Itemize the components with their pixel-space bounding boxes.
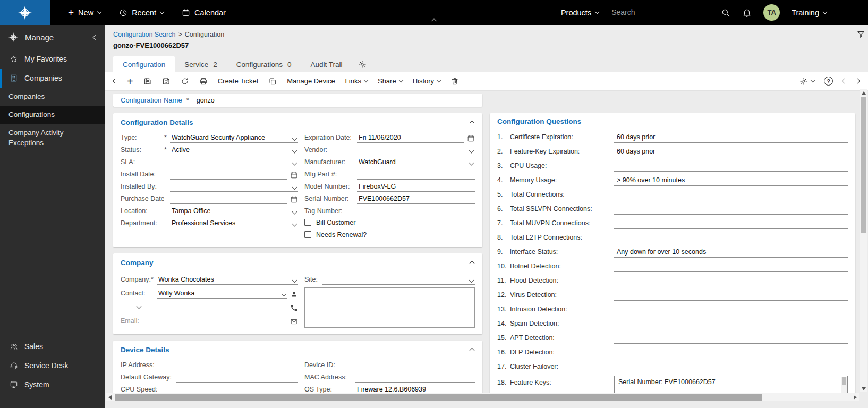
sidebar-item-system[interactable]: System [0,375,105,394]
collapse-section-icon[interactable] [469,117,475,128]
field-input[interactable] [357,215,475,216]
field-input[interactable] [176,381,298,382]
calendar-icon[interactable] [287,196,298,204]
question-answer-input[interactable] [614,313,848,315]
field-input[interactable]: FireboxV-LG [357,183,475,192]
connectwise-logo[interactable] [0,0,50,25]
scroll-up-arrow[interactable] [860,89,867,96]
collapse-sidebar-icon[interactable] [93,35,98,40]
settings-menu-button[interactable] [799,77,814,86]
add-button[interactable]: + [127,76,133,87]
tab-service[interactable]: Service 2 [175,56,227,72]
question-answer-input[interactable]: Any down for over 10 seconds [614,248,848,258]
new-menu-button[interactable]: + New [68,7,101,18]
horizontal-scroll-thumb[interactable] [115,394,762,401]
email-input[interactable] [157,325,287,326]
contact-person-icon[interactable] [287,290,298,299]
create-ticket-button[interactable]: Create Ticket [218,77,259,85]
question-answer-input[interactable] [614,299,848,301]
history-menu-button[interactable]: History [413,77,440,85]
question-answer-input[interactable] [614,370,848,372]
delete-button[interactable] [450,77,459,86]
sidebar-item-service-desk[interactable]: Service Desk [0,356,105,375]
print-button[interactable] [199,77,208,86]
field-input[interactable] [170,202,287,204]
account-menu-button[interactable]: Training [792,8,827,17]
tab-configuration[interactable]: Configuration [113,56,175,72]
field-input[interactable] [176,369,298,370]
field-input[interactable] [170,185,298,192]
feature-keys-scrollbar[interactable] [841,377,847,393]
tab-audit-trail[interactable]: Audit Trail [301,56,352,72]
field-input[interactable] [170,178,287,180]
question-answer-input[interactable] [614,327,848,329]
question-answer-input[interactable] [614,342,848,344]
question-answer-input[interactable] [614,212,848,215]
question-answer-input[interactable] [614,270,848,272]
manage-device-button[interactable]: Manage Device [287,77,335,85]
question-answer-input[interactable] [614,356,848,358]
field-input[interactable] [170,161,298,167]
phone-icon[interactable] [287,304,298,312]
checkbox[interactable] [304,219,311,226]
recent-menu-button[interactable]: Recent [119,8,164,17]
field-input[interactable] [357,178,475,180]
calendar-menu-button[interactable]: Calendar [182,8,226,17]
company-select[interactable]: Wonka Chocolates [157,276,298,285]
field-input[interactable]: Fireware 12.6.B606939 [355,386,475,393]
collapse-section-icon[interactable] [469,345,475,355]
share-menu-button[interactable]: Share [378,77,403,85]
field-input[interactable]: Fri 11/06/2020 [357,134,464,143]
calendar-icon[interactable] [464,134,475,143]
checkbox[interactable] [304,231,311,238]
question-answer-input[interactable]: 60 days prior [614,133,848,143]
tab-configurations[interactable]: Configurations 0 [227,56,301,72]
collapse-section-icon[interactable] [469,258,475,268]
products-menu-button[interactable]: Products [561,8,599,17]
sidebar-sub-item[interactable]: Company Activity Exceptions [0,124,105,151]
notifications-bell-icon[interactable] [742,8,752,18]
question-answer-input[interactable] [614,198,848,200]
configuration-name-input[interactable]: gonzo [197,97,215,104]
phone-input[interactable] [157,311,287,312]
vertical-scroll-thumb[interactable] [861,97,866,233]
site-select[interactable] [322,278,475,285]
contact-select[interactable]: Willy Wonka [157,290,287,299]
sidebar-item-companies[interactable]: Companies [0,69,105,88]
back-button[interactable] [113,79,117,83]
scroll-right-arrow[interactable] [851,393,859,401]
save-button[interactable] [143,77,152,86]
vertical-scrollbar[interactable] [860,89,867,392]
links-menu-button[interactable]: Links [345,77,368,85]
refresh-button[interactable] [181,77,189,86]
question-answer-input[interactable] [614,169,848,172]
search-input[interactable] [610,6,716,19]
field-input[interactable]: Professional Services [170,219,298,228]
sidebar-item-sales[interactable]: Sales [0,337,105,356]
question-answer-input[interactable] [614,284,848,286]
field-input[interactable]: WatchGuard [357,158,475,167]
question-answer-input[interactable]: > 90% over 10 minutes [614,176,848,186]
filter-funnel-icon[interactable] [856,30,865,39]
field-input[interactable] [355,381,475,382]
envelope-icon[interactable] [287,318,298,326]
phone-type-select[interactable] [121,304,157,312]
next-record-button[interactable] [856,79,860,83]
field-input[interactable] [357,149,475,155]
field-input[interactable]: WatchGuard Security Appliance [170,134,298,143]
question-answer-input[interactable] [614,227,848,229]
horizontal-scrollbar[interactable] [106,393,859,401]
user-avatar[interactable]: TA [763,4,780,21]
previous-record-button[interactable] [843,79,846,83]
search-icon[interactable] [721,8,730,18]
sidebar-sub-item[interactable]: Configurations [0,106,105,124]
scroll-left-arrow[interactable] [106,393,114,401]
collapse-header-button[interactable] [432,0,436,25]
tab-settings-gear-icon[interactable] [358,56,367,72]
field-input[interactable]: Tampa Office [170,207,298,216]
feature-keys-textarea[interactable]: Serial Number: FVE1000662D57 [614,376,848,393]
save-and-close-button[interactable] [162,77,171,86]
copy-button[interactable] [268,77,277,86]
breadcrumb-parent-link[interactable]: Configuration Search [113,31,175,38]
field-input[interactable]: FVE1000662D57 [357,195,475,204]
